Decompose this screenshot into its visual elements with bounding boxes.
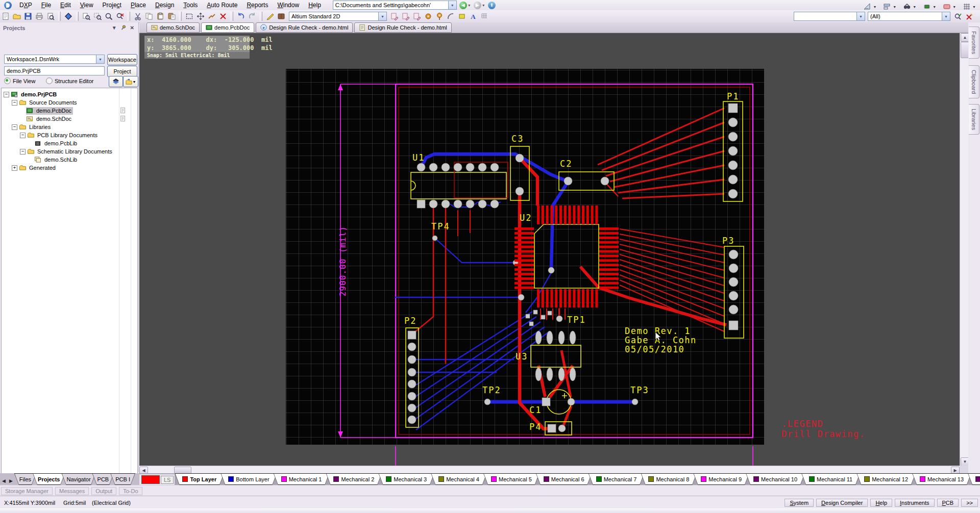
file-view-radio[interactable]: File View xyxy=(4,78,35,84)
view-style-combo[interactable]: Altium Standard 2D ▼ xyxy=(289,12,387,21)
zoom-points-icon[interactable] xyxy=(103,11,114,22)
close-icon[interactable]: ✕ xyxy=(128,25,136,31)
layer-tab-mechanical-7[interactable]: Mechanical 7 xyxy=(589,473,645,485)
menu-project[interactable]: Project xyxy=(98,1,126,10)
menu-design[interactable]: Design xyxy=(151,1,179,10)
forward-dropdown-icon[interactable]: ▼ xyxy=(482,4,485,7)
pcb-canvas[interactable]: U1C3C2U2TP4P1P3TP1P2U3TP2TP3C1P4Demo Rev… xyxy=(139,33,960,466)
tree-item-demo-schdoc[interactable]: demo.SchDoc xyxy=(2,115,137,123)
redo-icon[interactable] xyxy=(247,11,258,22)
zoom-selection-icon[interactable] xyxy=(114,11,126,22)
copy-icon[interactable] xyxy=(143,11,155,22)
menu-window[interactable]: Window xyxy=(273,1,304,10)
zoom-area-icon[interactable] xyxy=(92,11,103,22)
project-button[interactable]: Project xyxy=(107,66,137,77)
horizontal-scrollbar[interactable]: ◀ ▶ xyxy=(139,466,960,474)
clear-filter-red-icon[interactable] xyxy=(964,11,975,22)
layer-tab-top-layer[interactable]: Top Layer xyxy=(175,473,224,485)
layer-tab-bottom-layer[interactable]: Bottom Layer xyxy=(220,473,277,485)
zoom-document-icon[interactable] xyxy=(81,11,92,22)
place-arc-icon[interactable] xyxy=(445,11,456,22)
doc-tab-design-rule-check-demo-html-3[interactable]: Design Rule Check - demo.html xyxy=(354,22,451,33)
tree-item-generated[interactable]: +Generated xyxy=(2,164,137,172)
structure-editor-radio[interactable]: Structure Editor xyxy=(46,78,93,84)
tree-item-demo-pcblib[interactable]: demo.PcbLib xyxy=(2,139,137,147)
browse-components-icon[interactable] xyxy=(276,11,287,22)
tree-item-source-documents[interactable]: −Source Documents xyxy=(2,98,137,107)
expand-icon[interactable]: + xyxy=(12,165,17,171)
layer-tab-mechanical-11[interactable]: Mechanical 11 xyxy=(801,473,860,485)
layer-tab-mechanical-3[interactable]: Mechanical 3 xyxy=(378,473,434,485)
scope-combo[interactable]: ▼ xyxy=(794,12,865,21)
panel-button-storage-manager[interactable]: Storage Manager xyxy=(1,487,53,495)
tree-item-demo-schlib[interactable]: demo.SchLib xyxy=(2,156,137,164)
wiring-icon[interactable] xyxy=(400,11,411,22)
dimension-tools-dropdown-icon[interactable]: ▼ xyxy=(873,5,876,9)
tree-item-schematic-library-documents[interactable]: −Schematic Library Documents xyxy=(2,147,137,156)
filter-dropdown-icon[interactable]: ▼ xyxy=(942,12,950,20)
layer-tab-mechanical-4[interactable]: Mechanical 4 xyxy=(431,473,487,485)
break-track-icon[interactable] xyxy=(206,11,217,22)
grid-tools-icon[interactable] xyxy=(961,1,972,12)
align-tools-dropdown-icon[interactable]: ▼ xyxy=(893,5,896,9)
open-icon[interactable] xyxy=(11,11,22,22)
status-button-design-compiler[interactable]: Design Compiler xyxy=(816,499,868,507)
layer-tab-mechanical-2[interactable]: Mechanical 2 xyxy=(326,473,382,485)
tree-item-demo-pcbdoc[interactable]: demo.PcbDoc xyxy=(2,107,137,115)
status-button-system[interactable]: System xyxy=(785,499,814,507)
panel-button-messages[interactable]: Messages xyxy=(55,487,89,495)
vertical-scrollbar[interactable]: ▲ ▼ xyxy=(960,33,969,466)
paste-icon[interactable] xyxy=(155,11,166,22)
menu-help[interactable]: Help xyxy=(304,1,326,10)
forward-icon[interactable]: ▶ xyxy=(474,2,481,9)
collapse-icon[interactable]: − xyxy=(12,124,17,130)
layer-set-swatch[interactable] xyxy=(141,475,160,484)
panel-tabs-right-icon[interactable]: ▶ xyxy=(7,478,14,485)
back-dropdown-icon[interactable]: ▼ xyxy=(468,4,471,7)
menu-file[interactable]: File xyxy=(37,1,56,10)
new-document-icon[interactable] xyxy=(0,11,11,22)
doc-tab-demo-pcbdoc-1[interactable]: demo.PcbDoc xyxy=(201,22,254,33)
layer-tab-mechanical-13[interactable]: Mechanical 13 xyxy=(912,473,971,485)
workspace-combo[interactable]: Workspace1.DsnWrk ▼ xyxy=(4,55,105,64)
side-tab-clipboard[interactable]: Clipboard xyxy=(969,65,979,98)
dimension-tools-icon[interactable] xyxy=(862,1,873,12)
room-tools-dropdown-icon[interactable]: ▼ xyxy=(952,5,956,9)
save-icon[interactable] xyxy=(22,11,34,22)
clear-filter-icon[interactable] xyxy=(217,11,229,22)
scope-dropdown-icon[interactable]: ▼ xyxy=(856,12,865,20)
collapse-icon[interactable]: − xyxy=(4,92,9,97)
panel-tab-files[interactable]: Files xyxy=(14,473,36,485)
menu-edit[interactable]: Edit xyxy=(56,1,76,10)
status-button-[interactable]: >> xyxy=(961,499,978,507)
interactive-routing-icon[interactable] xyxy=(264,11,276,22)
grid-tools-dropdown-icon[interactable]: ▼ xyxy=(972,5,976,9)
place-string-icon[interactable]: A xyxy=(468,11,479,22)
doc-tab-design-rule-check-demo-html-2[interactable]: eDesign Rule Check - demo.html xyxy=(256,22,353,33)
layer-tab-mechanical-9[interactable]: Mechanical 9 xyxy=(693,473,749,485)
room-tools-icon[interactable] xyxy=(941,1,952,12)
workspace-button[interactable]: Workspace xyxy=(107,54,137,65)
cut-icon[interactable] xyxy=(132,11,143,22)
tree-item-pcb-library-documents[interactable]: −PCB Library Documents xyxy=(2,131,137,139)
collapse-icon[interactable]: − xyxy=(20,149,26,155)
select-filter-icon[interactable] xyxy=(952,11,964,22)
print-icon[interactable] xyxy=(34,11,45,22)
layer-tab-mechanical-1[interactable]: Mechanical 1 xyxy=(274,473,330,485)
footprint-tools-dropdown-icon[interactable]: ▼ xyxy=(933,5,936,9)
panel-tab-pcb-i[interactable]: PCB I xyxy=(110,473,135,485)
menu-place[interactable]: Place xyxy=(126,1,151,10)
place-pad-icon[interactable] xyxy=(423,11,434,22)
address-bar[interactable]: C:\Documents and Settings\gabecohn' ▼ xyxy=(333,1,457,10)
footprint-tools-icon[interactable] xyxy=(921,1,933,12)
select-area-icon[interactable] xyxy=(184,11,195,22)
layer-tab-mechanical-8[interactable]: Mechanical 8 xyxy=(641,473,697,485)
undo-icon[interactable] xyxy=(235,11,247,22)
tree-item-libraries[interactable]: −Libraries xyxy=(2,123,137,131)
project-field[interactable]: demo.PrjPCB xyxy=(4,66,105,75)
open-document-button[interactable]: ▼ xyxy=(123,76,138,87)
app-logo-icon[interactable] xyxy=(4,2,12,9)
collapse-icon[interactable]: − xyxy=(20,133,26,138)
place-grid-icon[interactable] xyxy=(479,11,490,22)
explorer-button[interactable] xyxy=(109,76,123,87)
